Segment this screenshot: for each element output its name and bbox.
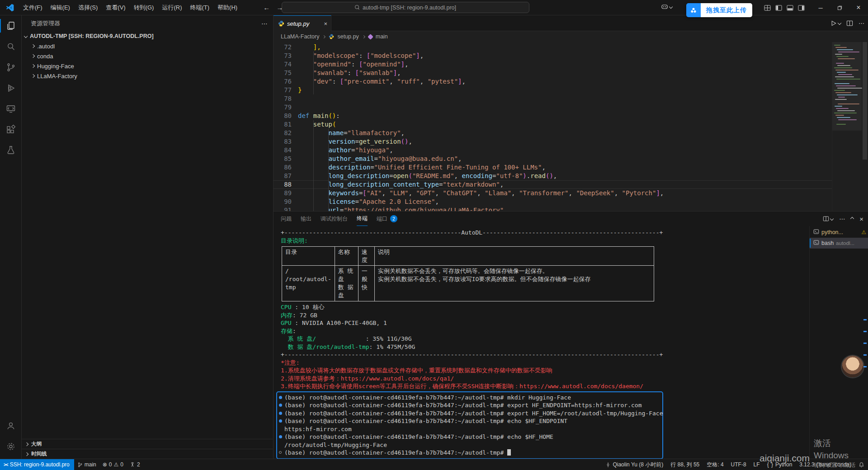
command-decoration-dot [279, 451, 282, 454]
explorer-more-actions[interactable]: ⋯ [261, 20, 268, 27]
remote-indicator[interactable]: >< SSH: region-9.autodl.pro [0, 459, 74, 470]
activity-testing[interactable] [0, 140, 22, 161]
activity-search[interactable] [0, 36, 22, 57]
toggle-panel-icon[interactable] [787, 5, 793, 11]
terminal-desc: autodl... [836, 240, 854, 246]
blame-indicator[interactable]: Qiaolin Yu (8 小时前) [602, 459, 667, 470]
menu-item[interactable]: 终端(T) [186, 2, 213, 13]
breadcrumb-folder[interactable]: LLaMA-Factory [281, 33, 319, 40]
maximize-panel-icon[interactable] [850, 217, 854, 221]
split-terminal-button[interactable] [823, 216, 833, 222]
toggle-secondary-sidebar-icon[interactable] [798, 5, 805, 11]
tree-folder-conda[interactable]: conda [22, 51, 273, 61]
panel-more-actions[interactable]: ⋯ [839, 216, 845, 222]
breadcrumb-symbol[interactable]: main [376, 33, 388, 40]
token: , [462, 78, 466, 85]
activity-settings[interactable] [0, 436, 22, 457]
code-line: 90 license="Apache 2.0 License", [274, 197, 832, 206]
split-editor-icon[interactable] [846, 20, 853, 27]
line-number: 74 [274, 60, 292, 69]
spec-line: 数 据 盘/root/autodl-tmp: 1% 475M/50G [281, 343, 809, 351]
tree-folder-hugging-face[interactable]: Hugging-Face [22, 61, 273, 71]
menu-item[interactable]: 运行(R) [158, 2, 186, 13]
tree-folder-.autodl[interactable]: .autodl [22, 41, 273, 51]
activity-extensions[interactable] [0, 119, 22, 140]
code-line: 74 "openmind": ["openmind"], [274, 60, 832, 69]
code-editor[interactable]: 72 ],73 "modelscope": ["modelscope"],74 … [274, 42, 832, 211]
terminal-list-item-python[interactable]: python...⚠ [810, 227, 868, 238]
panel-tab-端口[interactable]: 端口2 [377, 212, 397, 226]
minimap-mark [836, 85, 856, 86]
terminal-output[interactable]: +---------------------------------------… [274, 226, 809, 459]
activity-account[interactable] [0, 415, 22, 436]
terminal-text: +---------------------------------------… [281, 351, 663, 358]
problems-indicator[interactable]: ⊗ 0 ⚠ 0 [99, 459, 127, 470]
command-decoration-dot [279, 419, 282, 423]
indentation[interactable]: 空格: 4 [703, 459, 727, 470]
activity-source-control[interactable] [0, 57, 22, 78]
run-python-button[interactable] [830, 20, 841, 27]
minimize-button[interactable]: ─ [811, 0, 830, 15]
blame-label: Qiaolin Yu (8 小时前) [613, 461, 663, 469]
tab-setup-py[interactable]: setup.py × [274, 15, 331, 31]
tree-root-folder[interactable]: AUTODL-TMP [SSH: REGION-9.AUTODL.PRO] [22, 31, 273, 41]
encoding[interactable]: UTF-8 [727, 459, 750, 470]
menu-item[interactable]: 选择(S) [74, 2, 102, 13]
customize-layout-icon[interactable] [764, 5, 771, 11]
chevron-down-icon [669, 5, 673, 9]
folder-label: .autodl [37, 43, 55, 50]
token: "https://github.com/hiyouga/LLaMA-Factor… [344, 207, 504, 211]
close-panel-icon[interactable]: × [859, 215, 863, 223]
code-line: 72 ], [274, 43, 832, 52]
back-icon[interactable]: ← [263, 4, 270, 11]
minimap[interactable] [832, 42, 862, 211]
code-text [292, 94, 298, 103]
commit-icon [605, 462, 611, 468]
terminal-text: : NVIDIA A100-PCIE-40GB, 1 [295, 320, 387, 326]
editor-more-actions[interactable]: ⋯ [859, 20, 864, 27]
upload-button[interactable]: 拖拽至此上传 [686, 3, 752, 17]
panel-tab-问题[interactable]: 问题 [281, 212, 292, 226]
token: , [454, 172, 462, 179]
outline-section[interactable]: 大纲 [22, 439, 273, 449]
menu-item[interactable]: 转到(G) [130, 2, 158, 13]
line-number: 76 [274, 77, 292, 86]
menu-item[interactable]: 文件(F) [19, 2, 47, 13]
line-number: 86 [274, 163, 292, 172]
panel-tab-调试控制台[interactable]: 调试控制台 [321, 212, 348, 226]
token: , [397, 69, 401, 76]
cursor-position[interactable]: 行 88, 列 55 [667, 459, 703, 470]
command-center-search[interactable]: autodl-tmp [SSH: region-9.autodl.pro] [282, 2, 529, 13]
code-text: url="https://github.com/hiyouga/LLaMA-Fa… [292, 206, 508, 211]
panel-tab-输出[interactable]: 输出 [301, 212, 311, 226]
panel-tab-终端[interactable]: 终端 [357, 212, 368, 226]
restore-button[interactable] [830, 0, 849, 15]
line-col-label: 行 88, 列 55 [670, 461, 699, 469]
close-window-button[interactable]: × [849, 0, 868, 15]
scrollbar-thumb[interactable] [863, 42, 867, 160]
terminal-text: https:hf-mirror.com [284, 426, 352, 432]
split-terminal-icon [823, 216, 829, 222]
activity-remote-explorer[interactable] [0, 99, 22, 119]
menu-item[interactable]: 编辑(E) [47, 2, 74, 13]
editor-scrollbar[interactable] [862, 42, 868, 211]
breadcrumb-file[interactable]: setup.py [337, 33, 359, 40]
timeline-section[interactable]: 时间线 [22, 449, 273, 459]
menu-item[interactable]: 帮助(H) [213, 2, 241, 13]
tree-folder-llama-factory[interactable]: LLaMA-Factory [22, 71, 273, 81]
minimap-mark [834, 67, 852, 68]
activity-explorer[interactable] [0, 15, 22, 36]
tab-close-icon[interactable]: × [324, 20, 327, 27]
token: get_version [359, 138, 401, 145]
token: ( [332, 121, 336, 128]
terminal-list-item-bash[interactable]: bashautodl... [810, 238, 868, 249]
table-cell: 实例关机数据不会丢失，可存放代码等。会随保存镜像一起保存。实例关机数据不会丢失，… [374, 266, 654, 301]
branch-indicator[interactable]: main [74, 459, 99, 470]
activity-run-debug[interactable] [0, 78, 22, 99]
menu-item[interactable]: 查看(V) [102, 2, 129, 13]
panel-tab-label: 调试控制台 [321, 215, 348, 223]
copilot-button[interactable] [661, 3, 672, 10]
toggle-primary-sidebar-icon[interactable] [775, 5, 782, 11]
minimap-mark [836, 124, 846, 125]
ports-indicator[interactable]: 2 [127, 459, 143, 470]
